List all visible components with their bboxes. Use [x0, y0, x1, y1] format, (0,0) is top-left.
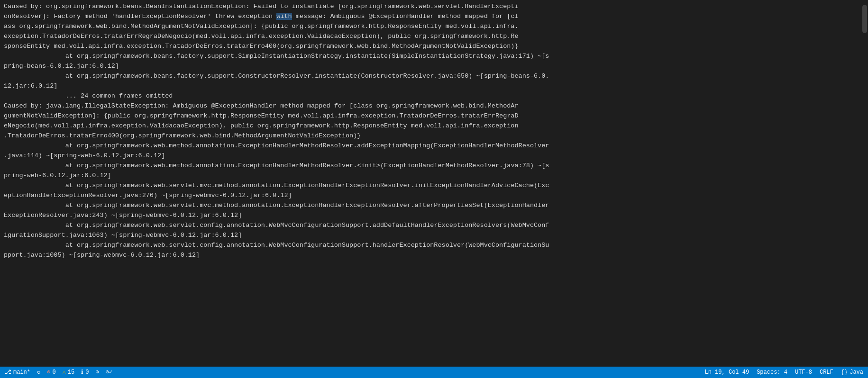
- line-text: at org.springframework.web.servlet.mvc.m…: [4, 181, 858, 191]
- encoding[interactable]: UTF-8: [795, 368, 812, 377]
- code-line: at org.springframework.beans.factory.sup…: [0, 52, 861, 62]
- code-line: Caused by: java.lang.IllegalStateExcepti…: [0, 101, 861, 111]
- status-left: ⎇ main* ↻ ⊗ 0 △ 15 ℹ 0 ⊕ ⊙✓: [5, 368, 112, 377]
- code-content[interactable]: Caused by: org.springframework.beans.Bea…: [0, 0, 861, 367]
- code-line: igurationSupport.java:1063) ~[spring-web…: [0, 231, 861, 241]
- debug-button[interactable]: ⊕: [96, 368, 99, 377]
- code-line: sponseEntity med.voll.api.infra.exceptio…: [0, 42, 861, 52]
- line-text: at org.springframework.beans.factory.sup…: [4, 72, 858, 81]
- warnings-indicator[interactable]: △ 15: [63, 368, 75, 377]
- code-line: at org.springframework.web.servlet.confi…: [0, 221, 861, 231]
- error-icon: ⊗: [47, 368, 50, 377]
- code-line: at org.springframework.web.servlet.confi…: [0, 241, 861, 251]
- line-text: ExceptionResolver.java:243) ~[spring-web…: [4, 211, 858, 221]
- code-line: onResolver]: Factory method 'handlerExce…: [0, 12, 861, 22]
- line-text: exception.TratadorDeErros.tratarErrRegra…: [4, 32, 858, 42]
- git-branch-icon: ⎇: [5, 368, 11, 377]
- code-line: pport.java:1005) ~[spring-webmvc-6.0.12.…: [0, 251, 861, 261]
- line-text: at org.springframework.web.servlet.confi…: [4, 241, 858, 251]
- line-text: eNegocio(med.voll.api.infra.exception.Va…: [4, 121, 858, 131]
- line-text: pring-beans-6.0.12.jar:6.0.12]: [4, 62, 858, 72]
- warning-icon: △: [63, 368, 66, 377]
- line-text: Caused by: org.springframework.beans.Bea…: [4, 2, 858, 12]
- line-text: at org.springframework.web.servlet.confi…: [4, 221, 858, 231]
- status-right: Ln 19, Col 49 Spaces: 4 UTF-8 CRLF {} Ja…: [705, 368, 863, 377]
- code-line: ExceptionResolver.java:243) ~[spring-web…: [0, 211, 861, 221]
- line-text: ass org.springframework.web.bind.MethodA…: [4, 22, 858, 32]
- highlighted-word: with: [276, 13, 292, 20]
- branch-name[interactable]: ⎇ main*: [5, 368, 30, 377]
- code-line: Caused by: org.springframework.beans.Bea…: [0, 2, 861, 12]
- errors-indicator[interactable]: ⊗ 0: [47, 368, 55, 377]
- line-text: 12.jar:6.0.12]: [4, 81, 858, 91]
- line-text: onResolver]: Factory method 'handlerExce…: [4, 12, 858, 22]
- editor-area: Caused by: org.springframework.beans.Bea…: [0, 0, 868, 367]
- indentation[interactable]: Spaces: 4: [757, 368, 787, 377]
- line-text: pport.java:1005) ~[spring-webmvc-6.0.12.…: [4, 251, 858, 261]
- line-text: at org.springframework.web.servlet.mvc.m…: [4, 201, 858, 211]
- code-line: at org.springframework.web.method.annota…: [0, 161, 861, 171]
- code-line: exception.TratadorDeErros.tratarErrRegra…: [0, 32, 861, 42]
- line-text: pring-web-6.0.12.jar:6.0.12]: [4, 171, 858, 181]
- code-line: at org.springframework.beans.factory.sup…: [0, 72, 861, 81]
- code-line: eptionHandlerExceptionResolver.java:276)…: [0, 191, 861, 201]
- code-line: pring-web-6.0.12.jar:6.0.12]: [0, 171, 861, 181]
- language-mode[interactable]: {} Java: [841, 368, 863, 377]
- code-line: pring-beans-6.0.12.jar:6.0.12]: [0, 62, 861, 72]
- info-indicator[interactable]: ℹ 0: [81, 368, 89, 377]
- line-text: gumentNotValidException]: {public org.sp…: [4, 111, 858, 121]
- line-text: at org.springframework.web.method.annota…: [4, 141, 858, 151]
- info-icon: ℹ: [81, 368, 83, 377]
- line-text: Caused by: java.lang.IllegalStateExcepti…: [4, 101, 858, 111]
- code-line: gumentNotValidException]: {public org.sp…: [0, 111, 861, 121]
- line-text: sponseEntity med.voll.api.infra.exceptio…: [4, 42, 858, 52]
- line-ending[interactable]: CRLF: [820, 368, 833, 377]
- cursor-position[interactable]: Ln 19, Col 49: [705, 368, 749, 377]
- curly-icon: {}: [841, 368, 848, 377]
- code-line: 12.jar:6.0.12]: [0, 81, 861, 91]
- line-text: at org.springframework.web.method.annota…: [4, 161, 858, 171]
- line-text: .java:114) ~[spring-web-6.0.12.jar:6.0.1…: [4, 151, 858, 161]
- code-line: .java:114) ~[spring-web-6.0.12.jar:6.0.1…: [0, 151, 861, 161]
- line-text: at org.springframework.beans.factory.sup…: [4, 52, 858, 62]
- code-line: eNegocio(med.voll.api.infra.exception.Va…: [0, 121, 861, 131]
- sync-button[interactable]: ↻: [37, 368, 40, 377]
- vertical-scrollbar[interactable]: [861, 0, 868, 367]
- code-line: ... 24 common frames omitted: [0, 91, 861, 101]
- code-line: at org.springframework.web.servlet.mvc.m…: [0, 181, 861, 191]
- line-text: eptionHandlerExceptionResolver.java:276)…: [4, 191, 858, 201]
- line-text: igurationSupport.java:1063) ~[spring-web…: [4, 231, 858, 241]
- scrollbar-thumb[interactable]: [862, 5, 867, 33]
- line-text: .TratadorDeErros.tratarErro400(org.sprin…: [4, 131, 858, 141]
- code-line: .TratadorDeErros.tratarErro400(org.sprin…: [0, 131, 861, 141]
- check-button[interactable]: ⊙✓: [106, 368, 112, 377]
- line-text: ... 24 common frames omitted: [4, 91, 858, 101]
- code-line: at org.springframework.web.method.annota…: [0, 141, 861, 151]
- code-line: at org.springframework.web.servlet.mvc.m…: [0, 201, 861, 211]
- code-line: ass org.springframework.web.bind.MethodA…: [0, 22, 861, 32]
- status-bar: ⎇ main* ↻ ⊗ 0 △ 15 ℹ 0 ⊕ ⊙✓ Ln 19, Col 4…: [0, 367, 868, 378]
